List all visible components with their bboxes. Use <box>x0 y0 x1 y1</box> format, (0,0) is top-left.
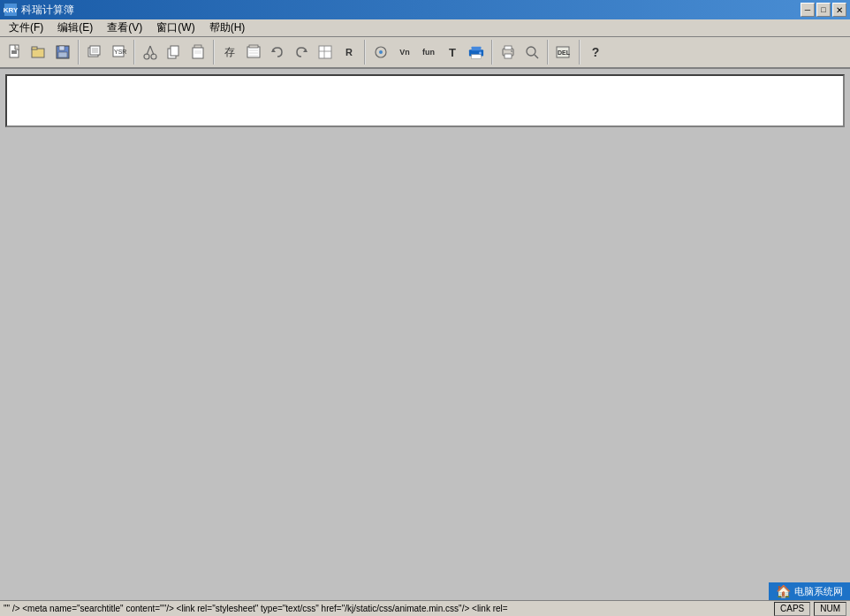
separator-3 <box>213 40 215 65</box>
num-badge: NUM <box>814 602 846 616</box>
svg-rect-42 <box>505 46 512 49</box>
save-button[interactable] <box>51 41 74 64</box>
svg-rect-39 <box>472 55 482 58</box>
svg-point-40 <box>479 52 482 55</box>
watermark-text: 电脑系统网 <box>794 585 843 598</box>
del-button[interactable]: DEL <box>552 41 575 64</box>
separator-4 <box>364 40 366 65</box>
window-controls: ─ □ ✕ <box>801 3 846 17</box>
paste-button[interactable] <box>186 41 209 64</box>
menu-edit[interactable]: 编辑(E) <box>50 19 100 36</box>
variable-button[interactable]: Vn <box>393 41 416 64</box>
svg-point-44 <box>511 50 512 52</box>
grid-button[interactable] <box>314 41 337 64</box>
window-title: 科瑞计算簿 <box>21 3 74 18</box>
svg-line-18 <box>150 46 154 55</box>
something-button[interactable]: YSR <box>107 41 130 64</box>
separator-2 <box>133 40 135 65</box>
svg-line-46 <box>535 55 538 58</box>
svg-rect-20 <box>171 46 178 56</box>
func-circle-button[interactable] <box>369 41 392 64</box>
svg-rect-6 <box>59 46 65 50</box>
text-button[interactable]: T <box>441 41 464 64</box>
title-bar: KRY 科瑞计算簿 ─ □ ✕ <box>0 0 850 19</box>
redo-button[interactable] <box>290 41 313 64</box>
status-bar: "" /> <meta name="searchtitle" content="… <box>0 600 850 616</box>
separator-6 <box>547 40 549 65</box>
menu-help[interactable]: 帮助(H) <box>202 19 253 36</box>
maximize-button[interactable]: □ <box>816 3 831 17</box>
svg-point-45 <box>527 47 535 56</box>
svg-text:DEL: DEL <box>558 49 571 56</box>
new-button[interactable] <box>4 41 27 64</box>
help-button[interactable]: ? <box>584 41 607 64</box>
print-preview-button[interactable] <box>83 41 106 64</box>
minimize-button[interactable]: ─ <box>801 3 815 17</box>
watermark: 🏠 电脑系统网 <box>769 582 850 600</box>
menu-window[interactable]: 窗口(W) <box>149 19 201 36</box>
app-icon: KRY <box>4 3 18 17</box>
svg-line-17 <box>147 46 150 55</box>
toolbar: YSR 存 <box>0 37 850 69</box>
print-button[interactable] <box>497 41 520 64</box>
svg-rect-32 <box>319 46 331 58</box>
svg-rect-38 <box>472 47 482 51</box>
undo-button[interactable] <box>266 41 289 64</box>
title-bar-left: KRY 科瑞计算簿 <box>4 3 74 18</box>
separator-1 <box>78 40 80 65</box>
caps-badge: CAPS <box>774 602 810 616</box>
close-button[interactable]: ✕ <box>832 3 846 17</box>
svg-rect-4 <box>32 47 37 49</box>
content-area <box>0 69 850 133</box>
svg-rect-7 <box>58 52 67 57</box>
cut-button[interactable] <box>139 41 162 64</box>
tape-display[interactable] <box>5 74 845 127</box>
insert-button[interactable]: 存 <box>218 41 241 64</box>
search-button[interactable] <box>520 41 543 64</box>
tape-button[interactable] <box>242 41 265 64</box>
svg-rect-26 <box>249 45 258 48</box>
copy-button[interactable] <box>163 41 186 64</box>
svg-point-36 <box>379 50 383 54</box>
status-text: "" /> <meta name="searchtitle" content="… <box>4 604 770 613</box>
svg-rect-43 <box>505 54 512 58</box>
main-area <box>0 133 850 564</box>
watermark-icon: 🏠 <box>776 584 791 598</box>
recall-button[interactable]: R <box>338 41 360 64</box>
menu-file[interactable]: 文件(F) <box>2 19 50 36</box>
tape-printer-button[interactable] <box>465 41 488 64</box>
open-button[interactable] <box>27 41 50 64</box>
svg-text:YSR: YSR <box>114 49 126 55</box>
menu-view[interactable]: 查看(V) <box>100 19 149 36</box>
menu-bar: 文件(F) 编辑(E) 查看(V) 窗口(W) 帮助(H) <box>0 19 850 37</box>
separator-7 <box>579 40 581 65</box>
function-button[interactable]: fun <box>417 41 440 64</box>
separator-5 <box>491 40 493 65</box>
